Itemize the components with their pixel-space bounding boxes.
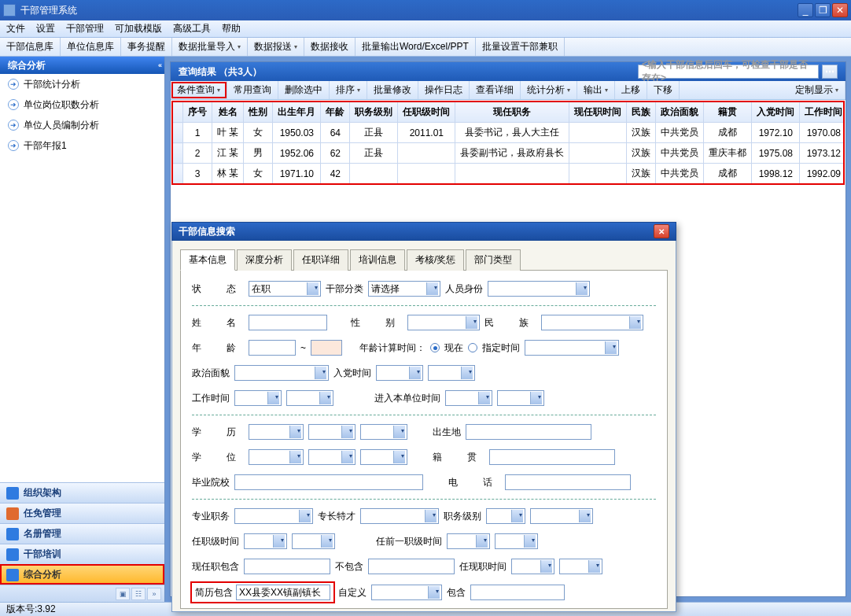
joinunit-from[interactable] xyxy=(445,390,492,406)
ptb-常用查询[interactable]: 常用查询 xyxy=(227,81,278,99)
rank-select1[interactable] xyxy=(486,508,525,524)
agecalc-date-select[interactable] xyxy=(525,340,619,356)
sidebar-item[interactable]: ➜单位岗位职数分析 xyxy=(0,94,164,115)
gender-select[interactable] xyxy=(407,315,480,330)
ptb-输出[interactable]: 输出 xyxy=(577,81,615,99)
tool-批量输出Word/Excel/PPT[interactable]: 批量输出Word/Excel/PPT xyxy=(356,38,476,56)
result-grid[interactable]: 序号姓名性别出生年月年龄职务级别任职级时间现任职务现任职时间民族政治面貌籍贯入党… xyxy=(172,101,844,184)
status-select[interactable]: 在职 xyxy=(249,281,321,297)
degree-select2[interactable] xyxy=(308,449,356,465)
tool-数据批量导入[interactable]: 数据批量导入 xyxy=(172,38,248,56)
curjob-nothas-input[interactable] xyxy=(368,559,455,574)
col-header[interactable]: 政治面貌 xyxy=(656,102,704,123)
col-header[interactable]: 工作时间 xyxy=(800,102,844,123)
col-header[interactable]: 出生年月 xyxy=(273,102,321,123)
menu-高级工具[interactable]: 高级工具 xyxy=(173,22,211,35)
tool-单位信息库[interactable]: 单位信息库 xyxy=(61,38,121,56)
specjob-select[interactable] xyxy=(234,508,313,524)
custom-select[interactable] xyxy=(371,585,442,600)
politic-select[interactable] xyxy=(234,365,329,381)
edu-select3[interactable] xyxy=(360,424,407,440)
stack-干部培训[interactable]: 干部培训 xyxy=(0,544,164,564)
dialog-titlebar[interactable]: 干部信息搜索 ✕ xyxy=(171,222,676,241)
col-header[interactable]: 现任职务 xyxy=(455,102,569,123)
tool-干部信息库[interactable]: 干部信息库 xyxy=(0,38,61,56)
radio-now[interactable] xyxy=(430,343,440,352)
tool-批量设置干部兼职[interactable]: 批量设置干部兼职 xyxy=(476,38,565,56)
tab-任职详细[interactable]: 任职详细 xyxy=(293,249,348,271)
more-button[interactable]: ⋯ xyxy=(822,65,838,79)
col-header[interactable]: 姓名 xyxy=(212,102,244,123)
resume-has-input[interactable] xyxy=(236,585,330,600)
curjobtime-from[interactable] xyxy=(511,559,554,574)
school-input[interactable] xyxy=(234,474,423,490)
ptb-排序[interactable]: 排序 xyxy=(330,81,367,99)
ptb-操作日志[interactable]: 操作日志 xyxy=(418,81,470,99)
tab-深度分析[interactable]: 深度分析 xyxy=(237,249,292,271)
degree-select1[interactable] xyxy=(249,449,304,465)
ptb-下移[interactable]: 下移 xyxy=(647,81,680,99)
degree-select3[interactable] xyxy=(360,449,407,465)
edu-select2[interactable] xyxy=(308,424,356,440)
minimize-button[interactable]: _ xyxy=(798,3,813,17)
ptb-条件查询[interactable]: 条件查询 xyxy=(171,81,227,99)
rank-select2[interactable] xyxy=(530,508,593,524)
tel-input[interactable] xyxy=(505,474,631,490)
radio-date[interactable] xyxy=(468,343,477,352)
worktime-to[interactable] xyxy=(286,390,333,406)
sidebar-item[interactable]: ➜干部统计分析 xyxy=(0,74,164,94)
tool-数据报送[interactable]: 数据报送 xyxy=(248,38,304,56)
name-input[interactable] xyxy=(249,315,327,330)
col-header[interactable]: 民族 xyxy=(627,102,656,123)
stack-名册管理[interactable]: 名册管理 xyxy=(0,523,164,544)
tool-事务提醒[interactable]: 事务提醒 xyxy=(121,38,172,56)
col-header[interactable]: 任职级时间 xyxy=(398,102,455,123)
identity-select[interactable] xyxy=(488,281,590,297)
stack-组织架构[interactable]: 组织架构 xyxy=(0,482,164,503)
age-to-input[interactable] xyxy=(311,340,342,356)
category-select[interactable]: 请选择 xyxy=(368,281,440,297)
curjob-has-input[interactable] xyxy=(244,559,330,574)
tab-培训信息[interactable]: 培训信息 xyxy=(350,249,405,271)
ptb-custom-display[interactable]: 定制显示 xyxy=(789,81,845,99)
ptb-批量修改[interactable]: 批量修改 xyxy=(367,81,418,99)
col-header[interactable]: 现任职时间 xyxy=(569,102,627,123)
native-input[interactable] xyxy=(489,449,615,465)
tool-数据接收[interactable]: 数据接收 xyxy=(304,38,356,56)
foot-icon[interactable]: ☷ xyxy=(131,588,146,600)
table-row[interactable]: 2江 某男1952.0662正县县委副书记，县政府县长汉族中共党员重庆丰都197… xyxy=(173,143,845,164)
foot-icon[interactable]: ▣ xyxy=(116,588,130,600)
menu-可加载模版[interactable]: 可加载模版 xyxy=(115,22,162,35)
ptb-查看详细[interactable]: 查看详细 xyxy=(470,81,521,99)
partytime-to[interactable] xyxy=(428,365,475,381)
tab-考核/奖惩[interactable]: 考核/奖惩 xyxy=(407,249,464,271)
stack-任免管理[interactable]: 任免管理 xyxy=(0,503,164,523)
menu-设置[interactable]: 设置 xyxy=(36,22,55,35)
curjobtime-to[interactable] xyxy=(559,559,602,574)
dialog-close-button[interactable]: ✕ xyxy=(654,224,669,238)
col-header[interactable]: 职务级别 xyxy=(350,102,398,123)
stack-综合分析[interactable]: 综合分析 xyxy=(0,564,164,585)
specialty-select[interactable] xyxy=(360,508,439,524)
collapse-icon[interactable]: « xyxy=(158,61,160,69)
partytime-from[interactable] xyxy=(376,365,423,381)
menu-干部管理[interactable]: 干部管理 xyxy=(66,22,104,35)
col-header[interactable]: 序号 xyxy=(183,102,212,123)
ptb-统计分析[interactable]: 统计分析 xyxy=(521,81,577,99)
menu-帮助[interactable]: 帮助 xyxy=(222,22,241,35)
tab-部门类型[interactable]: 部门类型 xyxy=(466,249,521,271)
table-row[interactable]: 3林 某女1971.1042汉族中共党员成都1998.121992.09在职大学 xyxy=(173,164,845,184)
col-header[interactable]: 入党时间 xyxy=(752,102,800,123)
ptb-删除选中[interactable]: 删除选中 xyxy=(278,81,330,99)
nation-select[interactable] xyxy=(541,315,643,330)
birthplace-input[interactable] xyxy=(466,424,591,440)
menu-文件[interactable]: 文件 xyxy=(6,22,25,35)
prevranktime-to[interactable] xyxy=(495,533,538,549)
quick-search-input[interactable]: <输入干部信息后回车，可检查干部是否存在> xyxy=(638,65,819,79)
prevranktime-from[interactable] xyxy=(447,533,490,549)
col-header[interactable]: 年龄 xyxy=(321,102,350,123)
ranktime-from[interactable] xyxy=(244,533,287,549)
age-from-input[interactable] xyxy=(249,340,296,356)
tab-基本信息[interactable]: 基本信息 xyxy=(180,249,235,271)
ptb-上移[interactable]: 上移 xyxy=(615,81,647,99)
